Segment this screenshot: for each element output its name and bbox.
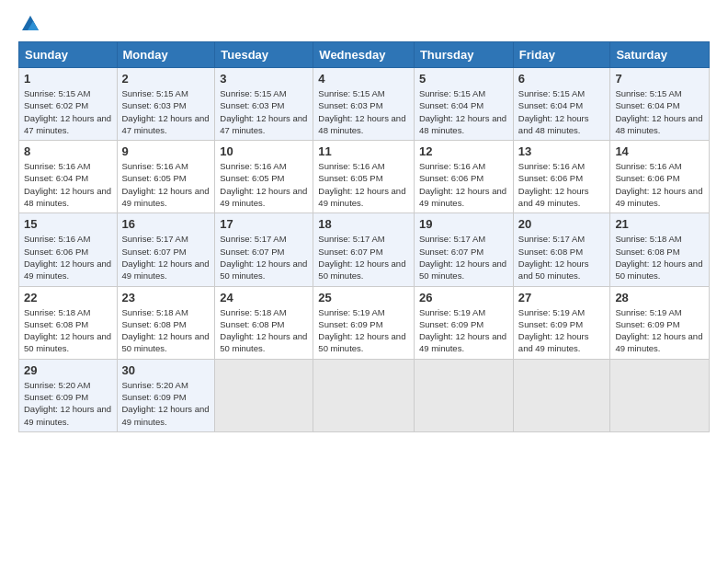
day-info: Sunrise: 5:18 AMSunset: 6:08 PMDaylight:… (220, 306, 308, 355)
day-number: 14 (615, 144, 704, 158)
day-number: 30 (122, 363, 210, 377)
calendar-week-row: 29Sunrise: 5:20 AMSunset: 6:09 PMDayligh… (19, 359, 710, 431)
calendar-empty-cell (513, 359, 610, 431)
logo (18, 14, 40, 34)
calendar-day-cell: 10Sunrise: 5:16 AMSunset: 6:05 PMDayligh… (215, 141, 313, 213)
calendar-day-cell: 25Sunrise: 5:19 AMSunset: 6:09 PMDayligh… (313, 286, 415, 359)
day-number: 29 (24, 363, 112, 377)
day-info: Sunrise: 5:16 AMSunset: 6:06 PMDaylight:… (518, 160, 606, 209)
calendar-day-cell: 12Sunrise: 5:16 AMSunset: 6:06 PMDayligh… (414, 141, 513, 213)
day-info: Sunrise: 5:18 AMSunset: 6:08 PMDaylight:… (122, 306, 210, 355)
day-number: 4 (318, 72, 409, 86)
calendar-day-cell: 11Sunrise: 5:16 AMSunset: 6:05 PMDayligh… (313, 141, 415, 213)
day-info: Sunrise: 5:16 AMSunset: 6:06 PMDaylight:… (615, 160, 704, 209)
day-number: 19 (419, 217, 508, 231)
day-info: Sunrise: 5:17 AMSunset: 6:07 PMDaylight:… (220, 233, 308, 282)
day-info: Sunrise: 5:19 AMSunset: 6:09 PMDaylight:… (318, 306, 409, 355)
calendar-header-wednesday: Wednesday (313, 42, 415, 68)
page: SundayMondayTuesdayWednesdayThursdayFrid… (0, 0, 728, 563)
calendar-week-row: 8Sunrise: 5:16 AMSunset: 6:04 PMDaylight… (19, 141, 710, 213)
logo-icon (20, 14, 40, 34)
day-number: 9 (122, 144, 210, 158)
day-info: Sunrise: 5:19 AMSunset: 6:09 PMDaylight:… (615, 306, 704, 355)
calendar-header-friday: Friday (513, 42, 610, 68)
day-number: 23 (122, 291, 210, 304)
calendar-day-cell: 2Sunrise: 5:15 AMSunset: 6:03 PMDaylight… (117, 68, 215, 141)
calendar-week-row: 1Sunrise: 5:15 AMSunset: 6:02 PMDaylight… (19, 68, 710, 141)
calendar-day-cell: 16Sunrise: 5:17 AMSunset: 6:07 PMDayligh… (117, 213, 215, 286)
calendar-day-cell: 4Sunrise: 5:15 AMSunset: 6:03 PMDaylight… (313, 68, 415, 141)
calendar-week-row: 15Sunrise: 5:16 AMSunset: 6:06 PMDayligh… (19, 213, 710, 286)
calendar-table: SundayMondayTuesdayWednesdayThursdayFrid… (18, 41, 710, 432)
calendar-header-thursday: Thursday (414, 42, 513, 68)
calendar-empty-cell (610, 359, 710, 431)
day-number: 13 (518, 144, 606, 158)
calendar-header-sunday: Sunday (19, 42, 118, 68)
day-number: 5 (419, 72, 508, 86)
calendar-day-cell: 3Sunrise: 5:15 AMSunset: 6:03 PMDaylight… (215, 68, 313, 141)
day-number: 28 (615, 291, 704, 304)
calendar-week-row: 22Sunrise: 5:18 AMSunset: 6:08 PMDayligh… (19, 286, 710, 359)
header (18, 14, 710, 34)
day-info: Sunrise: 5:18 AMSunset: 6:08 PMDaylight:… (615, 233, 704, 282)
calendar-day-cell: 23Sunrise: 5:18 AMSunset: 6:08 PMDayligh… (117, 286, 215, 359)
day-info: Sunrise: 5:16 AMSunset: 6:06 PMDaylight:… (24, 233, 112, 282)
day-info: Sunrise: 5:17 AMSunset: 6:07 PMDaylight:… (318, 233, 409, 282)
calendar-day-cell: 6Sunrise: 5:15 AMSunset: 6:04 PMDaylight… (513, 68, 610, 141)
day-info: Sunrise: 5:16 AMSunset: 6:05 PMDaylight:… (318, 160, 409, 209)
calendar-day-cell: 27Sunrise: 5:19 AMSunset: 6:09 PMDayligh… (513, 286, 610, 359)
day-number: 21 (615, 217, 704, 231)
day-number: 22 (24, 291, 112, 304)
calendar-day-cell: 26Sunrise: 5:19 AMSunset: 6:09 PMDayligh… (414, 286, 513, 359)
calendar-empty-cell (215, 359, 313, 431)
day-info: Sunrise: 5:17 AMSunset: 6:07 PMDaylight:… (419, 233, 508, 282)
day-number: 1 (24, 72, 112, 86)
calendar-header-monday: Monday (117, 42, 215, 68)
calendar-header-tuesday: Tuesday (215, 42, 313, 68)
day-info: Sunrise: 5:16 AMSunset: 6:04 PMDaylight:… (24, 160, 112, 209)
calendar-day-cell: 7Sunrise: 5:15 AMSunset: 6:04 PMDaylight… (610, 68, 710, 141)
calendar-header-saturday: Saturday (610, 42, 710, 68)
day-info: Sunrise: 5:19 AMSunset: 6:09 PMDaylight:… (518, 306, 606, 355)
day-number: 17 (220, 217, 308, 231)
day-number: 26 (419, 291, 508, 304)
day-number: 15 (24, 217, 112, 231)
day-info: Sunrise: 5:16 AMSunset: 6:06 PMDaylight:… (419, 160, 508, 209)
calendar-day-cell: 8Sunrise: 5:16 AMSunset: 6:04 PMDaylight… (19, 141, 118, 213)
calendar-day-cell: 9Sunrise: 5:16 AMSunset: 6:05 PMDaylight… (117, 141, 215, 213)
calendar-day-cell: 15Sunrise: 5:16 AMSunset: 6:06 PMDayligh… (19, 213, 118, 286)
day-number: 12 (419, 144, 508, 158)
calendar-day-cell: 30Sunrise: 5:20 AMSunset: 6:09 PMDayligh… (117, 359, 215, 431)
calendar-day-cell: 13Sunrise: 5:16 AMSunset: 6:06 PMDayligh… (513, 141, 610, 213)
day-number: 6 (518, 72, 606, 86)
day-info: Sunrise: 5:20 AMSunset: 6:09 PMDaylight:… (24, 379, 112, 428)
day-number: 2 (122, 72, 210, 86)
day-number: 7 (615, 72, 704, 86)
day-info: Sunrise: 5:16 AMSunset: 6:05 PMDaylight:… (122, 160, 210, 209)
calendar-day-cell: 5Sunrise: 5:15 AMSunset: 6:04 PMDaylight… (414, 68, 513, 141)
day-info: Sunrise: 5:18 AMSunset: 6:08 PMDaylight:… (24, 306, 112, 355)
day-number: 11 (318, 144, 409, 158)
day-info: Sunrise: 5:19 AMSunset: 6:09 PMDaylight:… (419, 306, 508, 355)
day-info: Sunrise: 5:15 AMSunset: 6:02 PMDaylight:… (24, 87, 112, 136)
day-info: Sunrise: 5:17 AMSunset: 6:07 PMDaylight:… (122, 233, 210, 282)
calendar-day-cell: 20Sunrise: 5:17 AMSunset: 6:08 PMDayligh… (513, 213, 610, 286)
calendar-day-cell: 29Sunrise: 5:20 AMSunset: 6:09 PMDayligh… (19, 359, 118, 431)
day-number: 27 (518, 291, 606, 304)
calendar-day-cell: 24Sunrise: 5:18 AMSunset: 6:08 PMDayligh… (215, 286, 313, 359)
day-number: 18 (318, 217, 409, 231)
calendar-day-cell: 14Sunrise: 5:16 AMSunset: 6:06 PMDayligh… (610, 141, 710, 213)
day-info: Sunrise: 5:15 AMSunset: 6:04 PMDaylight:… (419, 87, 508, 136)
calendar-day-cell: 1Sunrise: 5:15 AMSunset: 6:02 PMDaylight… (19, 68, 118, 141)
day-info: Sunrise: 5:15 AMSunset: 6:03 PMDaylight:… (220, 87, 308, 136)
calendar-day-cell: 22Sunrise: 5:18 AMSunset: 6:08 PMDayligh… (19, 286, 118, 359)
calendar-day-cell: 28Sunrise: 5:19 AMSunset: 6:09 PMDayligh… (610, 286, 710, 359)
day-number: 10 (220, 144, 308, 158)
calendar-day-cell: 21Sunrise: 5:18 AMSunset: 6:08 PMDayligh… (610, 213, 710, 286)
day-number: 16 (122, 217, 210, 231)
day-info: Sunrise: 5:20 AMSunset: 6:09 PMDaylight:… (122, 379, 210, 428)
day-info: Sunrise: 5:15 AMSunset: 6:03 PMDaylight:… (318, 87, 409, 136)
calendar-empty-cell (414, 359, 513, 431)
day-info: Sunrise: 5:16 AMSunset: 6:05 PMDaylight:… (220, 160, 308, 209)
day-info: Sunrise: 5:15 AMSunset: 6:04 PMDaylight:… (615, 87, 704, 136)
